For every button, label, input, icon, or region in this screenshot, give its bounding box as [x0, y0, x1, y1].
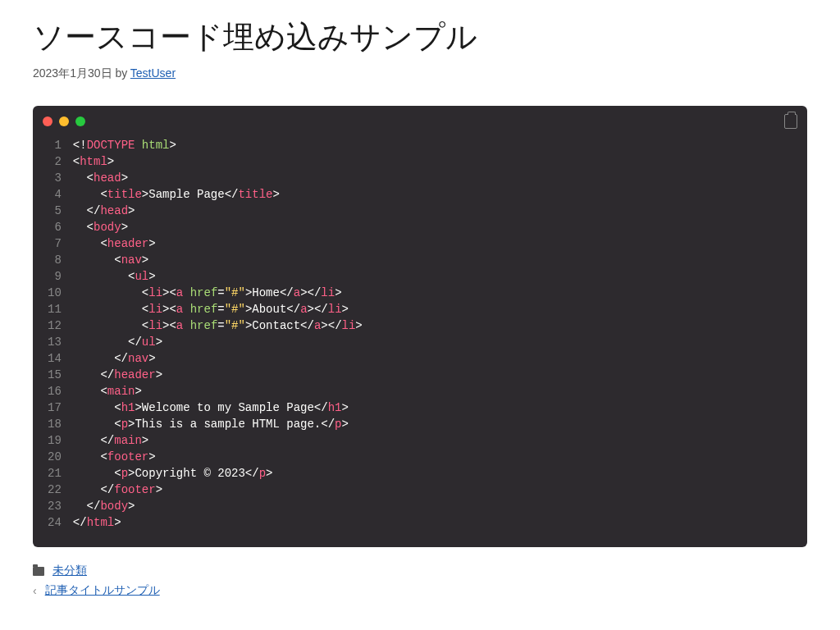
meta-by: by [112, 66, 130, 80]
code-lines: <!DOCTYPE html><html> <head> <title>Samp… [73, 137, 807, 531]
line-number: 24 [48, 514, 62, 531]
code-line: <ul> [73, 268, 807, 285]
line-number: 8 [48, 252, 62, 268]
code-line: <h1>Welcome to my Sample Page</h1> [73, 399, 807, 416]
post-meta: 2023年1月30日 by TestUser [33, 66, 807, 81]
code-header [33, 106, 807, 137]
code-line: <main> [73, 383, 807, 399]
code-line: <li><a href="#">Home</a></li> [73, 285, 807, 301]
code-line: <title>Sample Page</title> [73, 186, 807, 203]
line-number: 9 [48, 268, 62, 285]
clipboard-icon[interactable] [784, 114, 797, 129]
footer-meta: 未分類 ‹ 記事タイトルサンプル [33, 564, 807, 598]
line-number: 11 [48, 301, 62, 317]
line-number: 10 [48, 285, 62, 301]
code-line: </main> [73, 432, 807, 449]
code-line: </ul> [73, 334, 807, 350]
code-line: <footer> [73, 449, 807, 465]
line-number: 6 [48, 219, 62, 235]
code-line: </footer> [73, 482, 807, 498]
chevron-left-icon: ‹ [33, 584, 37, 597]
code-line: </head> [73, 203, 807, 219]
code-line: <html> [73, 153, 807, 170]
code-line: <p>Copyright © 2023</p> [73, 465, 807, 482]
line-number: 21 [48, 465, 62, 482]
line-number: 19 [48, 432, 62, 449]
code-line: </html> [73, 514, 807, 531]
page-title: ソースコード埋め込みサンプル [33, 16, 807, 58]
line-number: 13 [48, 334, 62, 350]
line-number: 4 [48, 186, 62, 203]
code-line: <li><a href="#">About</a></li> [73, 301, 807, 317]
folder-icon [33, 567, 44, 576]
line-numbers: 123456789101112131415161718192021222324 [33, 137, 73, 531]
code-line: <header> [73, 235, 807, 252]
line-number: 16 [48, 383, 62, 399]
code-block: 123456789101112131415161718192021222324 … [33, 106, 807, 547]
prev-post-link[interactable]: 記事タイトルサンプル [45, 583, 160, 598]
line-number: 20 [48, 449, 62, 465]
code-line: <li><a href="#">Contact</a></li> [73, 317, 807, 334]
code-line: <head> [73, 170, 807, 186]
code-line: </nav> [73, 350, 807, 367]
prev-post-row: ‹ 記事タイトルサンプル [33, 583, 807, 598]
code-line: <!DOCTYPE html> [73, 137, 807, 153]
line-number: 18 [48, 416, 62, 432]
line-number: 15 [48, 367, 62, 383]
line-number: 22 [48, 482, 62, 498]
line-number: 23 [48, 498, 62, 514]
line-number: 17 [48, 399, 62, 416]
category-row: 未分類 [33, 564, 807, 578]
line-number: 5 [48, 203, 62, 219]
code-content: 123456789101112131415161718192021222324 … [33, 137, 807, 547]
traffic-green-icon [75, 116, 85, 126]
category-link[interactable]: 未分類 [52, 564, 87, 578]
line-number: 1 [48, 137, 62, 153]
traffic-yellow-icon [59, 116, 69, 126]
author-link[interactable]: TestUser [130, 66, 176, 80]
traffic-lights [43, 116, 85, 126]
code-line: </header> [73, 367, 807, 383]
code-line: <body> [73, 219, 807, 235]
line-number: 2 [48, 153, 62, 170]
code-line: </body> [73, 498, 807, 514]
code-line: <nav> [73, 252, 807, 268]
line-number: 14 [48, 350, 62, 367]
line-number: 3 [48, 170, 62, 186]
line-number: 12 [48, 317, 62, 334]
code-line: <p>This is a sample HTML page.</p> [73, 416, 807, 432]
post-date: 2023年1月30日 [33, 66, 112, 80]
line-number: 7 [48, 235, 62, 252]
traffic-red-icon [43, 116, 52, 126]
